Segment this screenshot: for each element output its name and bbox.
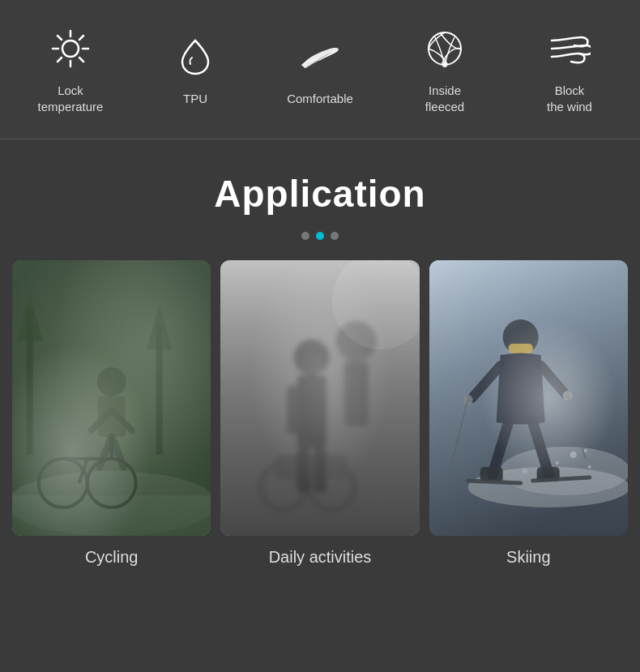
svg-point-46 <box>500 447 628 495</box>
svg-rect-42 <box>297 448 310 493</box>
daily-activities-label: Daily activities <box>269 548 372 567</box>
pagination-dots <box>12 232 628 240</box>
svg-line-67 <box>532 477 589 481</box>
daily-image <box>220 260 419 536</box>
activity-cards: Cycling <box>12 260 628 567</box>
svg-point-38 <box>294 340 330 375</box>
svg-point-35 <box>309 464 355 510</box>
svg-rect-20 <box>98 396 126 437</box>
feature-inside-fleeced: Insidefleeced <box>382 24 507 114</box>
inside-fleeced-label: Insidefleeced <box>425 83 464 114</box>
skiing-card: Skiing <box>429 260 628 567</box>
cycling-card: Cycling <box>12 260 211 567</box>
svg-rect-32 <box>220 260 419 536</box>
svg-point-60 <box>562 391 572 400</box>
svg-point-19 <box>97 367 126 396</box>
features-section: Locktemperature TPU Comfortable <box>0 0 640 139</box>
svg-rect-37 <box>275 455 348 479</box>
svg-rect-12 <box>12 260 211 536</box>
sun-icon <box>49 24 92 73</box>
svg-point-13 <box>12 471 211 536</box>
svg-rect-65 <box>536 467 559 482</box>
svg-point-49 <box>555 461 558 464</box>
feather-icon <box>299 32 341 81</box>
wind-icon <box>548 24 591 73</box>
svg-marker-18 <box>147 305 173 349</box>
svg-point-10 <box>442 62 447 67</box>
svg-line-29 <box>79 459 87 483</box>
svg-rect-17 <box>156 325 163 455</box>
feature-tpu: TPU <box>133 32 258 107</box>
svg-line-66 <box>467 481 520 483</box>
svg-line-61 <box>567 396 585 459</box>
svg-rect-39 <box>297 375 326 448</box>
svg-line-7 <box>79 36 83 40</box>
svg-line-62 <box>492 422 508 475</box>
svg-point-0 <box>62 41 79 57</box>
svg-line-59 <box>540 366 565 394</box>
svg-point-48 <box>538 456 543 461</box>
svg-point-36 <box>261 464 306 510</box>
block-wind-label: Blockthe wind <box>547 83 592 114</box>
lock-temperature-label: Locktemperature <box>38 83 104 114</box>
svg-point-51 <box>587 465 591 469</box>
svg-line-6 <box>79 58 83 62</box>
svg-line-23 <box>112 437 124 467</box>
svg-point-47 <box>467 467 628 507</box>
feature-comfortable: Comfortable <box>258 32 382 107</box>
svg-rect-45 <box>429 260 628 536</box>
application-title: Application <box>12 172 628 216</box>
dot-3[interactable] <box>331 232 339 240</box>
svg-line-5 <box>58 36 62 40</box>
cycling-image <box>12 260 211 536</box>
application-section: Application <box>0 139 640 591</box>
svg-marker-16 <box>17 293 43 341</box>
tpu-label: TPU <box>183 91 207 107</box>
svg-point-25 <box>87 459 136 507</box>
svg-line-8 <box>58 58 62 62</box>
feature-lock-temperature: Locktemperature <box>8 24 133 114</box>
yarn-icon <box>424 24 466 73</box>
svg-rect-43 <box>314 448 326 493</box>
svg-rect-14 <box>12 495 211 536</box>
skiing-label: Skiing <box>506 548 550 567</box>
svg-line-24 <box>100 437 112 467</box>
svg-point-54 <box>502 319 538 355</box>
feature-block-wind: Blockthe wind <box>507 24 632 114</box>
svg-rect-34 <box>344 362 369 426</box>
svg-rect-15 <box>27 309 33 455</box>
svg-rect-11 <box>12 260 211 536</box>
svg-point-52 <box>522 469 527 473</box>
svg-point-44 <box>332 260 420 349</box>
svg-line-56 <box>471 366 500 398</box>
svg-line-22 <box>92 410 112 430</box>
svg-point-57 <box>463 395 472 404</box>
comfortable-label: Comfortable <box>287 91 353 107</box>
svg-line-58 <box>451 400 467 463</box>
svg-line-63 <box>532 422 548 475</box>
svg-point-53 <box>583 449 587 452</box>
svg-point-50 <box>570 452 576 458</box>
svg-point-26 <box>39 459 87 507</box>
svg-rect-64 <box>480 467 502 482</box>
svg-rect-40 <box>288 386 300 434</box>
svg-rect-31 <box>220 260 419 536</box>
svg-rect-55 <box>508 344 532 353</box>
dot-2[interactable] <box>316 232 324 240</box>
skiing-image <box>429 260 628 536</box>
svg-line-21 <box>112 410 132 430</box>
water-drop-icon <box>174 32 216 81</box>
dot-1[interactable] <box>301 232 309 240</box>
daily-activities-card: Daily activities <box>220 260 419 567</box>
cycling-label: Cycling <box>85 548 139 567</box>
svg-rect-41 <box>314 386 326 434</box>
svg-point-33 <box>336 321 377 362</box>
